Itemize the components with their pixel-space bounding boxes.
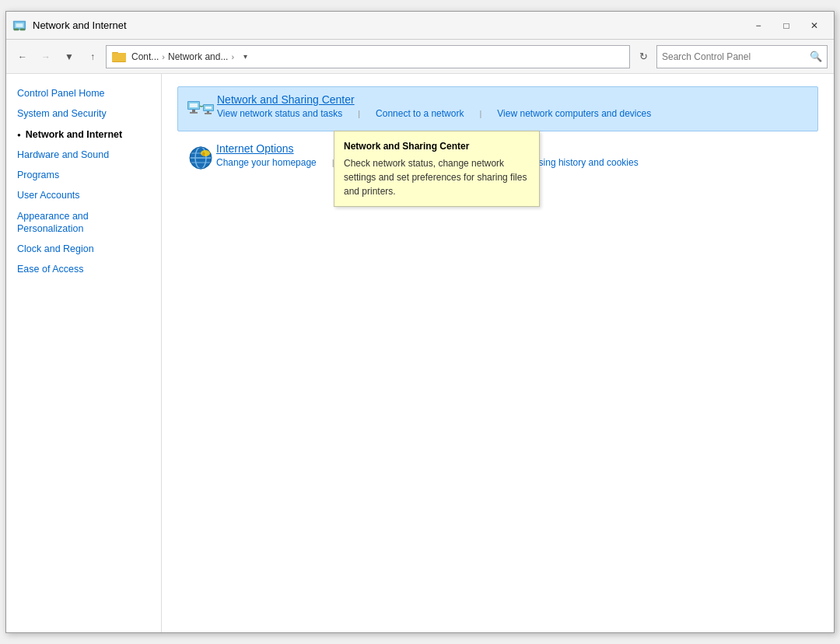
title-bar: Network and Internet − □ ✕ (6, 12, 834, 40)
user-accounts-link[interactable]: User Accounts (17, 189, 80, 201)
sidebar-item-clock-region[interactable]: Clock and Region (6, 239, 161, 259)
sidebar: Control Panel Home System and Security ●… (6, 74, 162, 632)
main-window: Network and Internet − □ ✕ ← → ▼ ↑ Cont.… (5, 11, 835, 633)
sidebar-item-user-accounts[interactable]: User Accounts (6, 185, 161, 205)
breadcrumb-dropdown-button[interactable]: ▾ (237, 49, 253, 65)
search-box: 🔍 (656, 45, 828, 68)
forward-button[interactable]: → (36, 47, 56, 67)
breadcrumb-bar[interactable]: Cont... › Network and... › ▾ (106, 45, 630, 68)
svg-rect-10 (190, 103, 198, 107)
view-network-status-link[interactable]: View network status and tasks (217, 108, 342, 119)
main-content: Control Panel Home System and Security ●… (6, 74, 834, 632)
up-button[interactable]: ↑ (82, 47, 103, 67)
sidebar-item-network-internet[interactable]: ● Network and Internet (6, 124, 161, 145)
sidebar-item-ease-access[interactable]: Ease of Access (6, 259, 161, 279)
view-network-computers-link[interactable]: View network computers and devices (497, 108, 651, 119)
address-bar: ← → ▼ ↑ Cont... › Network and... › ▾ ↻ 🔍 (6, 40, 834, 74)
control-panel-home-link[interactable]: Control Panel Home (17, 87, 105, 100)
network-internet-label: Network and Internet (26, 128, 122, 141)
network-sharing-icon (186, 93, 217, 124)
svg-rect-12 (190, 112, 198, 114)
network-sharing-text: Network and Sharing Center View network … (217, 93, 810, 119)
hardware-sound-link[interactable]: Hardware and Sound (17, 149, 109, 161)
connect-to-network-link[interactable]: Connect to a network (376, 108, 464, 119)
svg-rect-7 (112, 53, 126, 61)
maximize-button[interactable]: □ (773, 15, 800, 37)
svg-rect-15 (205, 107, 212, 109)
tooltip-network-sharing: Network and Sharing Center Check network… (334, 131, 540, 207)
breadcrumb-cont[interactable]: Cont... (131, 51, 159, 62)
tooltip-description: Check network status, change network set… (344, 156, 530, 198)
minimize-button[interactable]: − (745, 15, 772, 37)
content-panel: Network and Sharing Center View network … (162, 74, 834, 632)
breadcrumb-folder-icon (111, 49, 127, 65)
network-sharing-links: View network status and tasks | Connect … (217, 108, 810, 119)
svg-rect-16 (207, 111, 209, 113)
ease-access-link[interactable]: Ease of Access (17, 263, 83, 275)
sidebar-item-system-security[interactable]: System and Security (6, 103, 161, 124)
category-item-network-sharing[interactable]: Network and Sharing Center View network … (177, 86, 818, 131)
network-sharing-title[interactable]: Network and Sharing Center (217, 93, 810, 106)
programs-link[interactable]: Programs (17, 169, 59, 181)
close-button[interactable]: ✕ (801, 15, 828, 37)
recent-locations-button[interactable]: ▼ (59, 47, 79, 67)
change-homepage-link[interactable]: Change your homepage (216, 157, 317, 168)
sidebar-item-control-panel-home[interactable]: Control Panel Home (6, 83, 161, 103)
svg-rect-3 (14, 28, 19, 30)
svg-rect-4 (20, 28, 25, 30)
svg-rect-17 (205, 113, 212, 114)
internet-options-icon: e (185, 142, 216, 173)
svg-rect-11 (192, 110, 195, 112)
sidebar-item-hardware-sound[interactable]: Hardware and Sound (6, 145, 161, 165)
svg-text:e: e (202, 151, 205, 156)
active-bullet: ● (17, 131, 21, 139)
breadcrumb-network[interactable]: Network and... (168, 51, 228, 62)
svg-rect-2 (16, 23, 23, 27)
system-security-link[interactable]: System and Security (17, 107, 107, 120)
window-controls: − □ ✕ (745, 15, 828, 37)
refresh-button[interactable]: ↻ (633, 47, 653, 67)
search-input[interactable] (662, 51, 810, 62)
sidebar-item-programs[interactable]: Programs (6, 165, 161, 185)
window-title: Network and Internet (33, 19, 745, 31)
sidebar-item-appearance-personalization[interactable]: Appearance and Personalization (6, 206, 161, 240)
clock-region-link[interactable]: Clock and Region (17, 243, 94, 255)
search-button[interactable]: 🔍 (810, 51, 822, 62)
tooltip-title: Network and Sharing Center (344, 139, 530, 153)
back-button[interactable]: ← (12, 47, 33, 67)
appearance-link[interactable]: Appearance and Personalization (17, 210, 150, 236)
window-title-icon (12, 19, 26, 33)
